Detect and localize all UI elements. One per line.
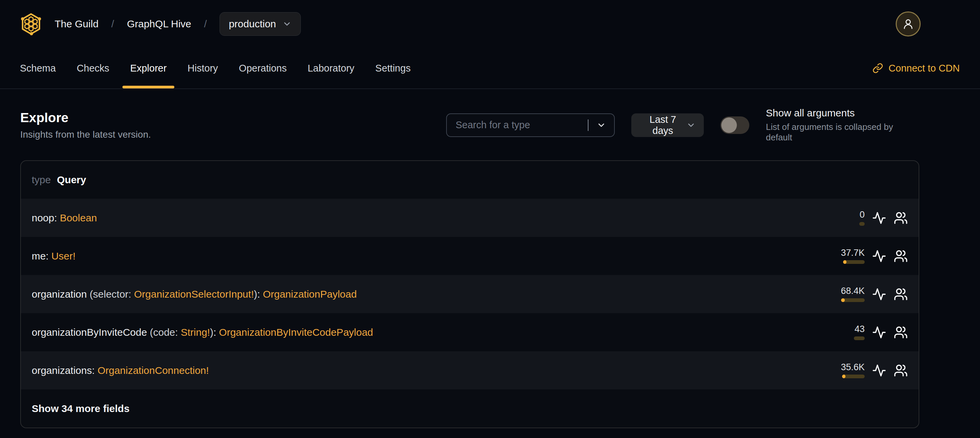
field-row: noop: Boolean0 [21,199,919,237]
field-usage-bar-fill [843,260,846,264]
field-activity-button[interactable] [872,325,886,339]
toggle-label: Show all arguments [766,107,919,119]
field-metrics: 35.6K [824,363,908,378]
field-usage-bar [842,374,865,378]
activity-icon [872,363,886,377]
field-type-link[interactable]: OrganizationConnection! [97,365,209,376]
field-activity-button[interactable] [872,363,886,377]
field-usage-bar [854,336,865,340]
field-type-link[interactable]: User! [51,250,76,261]
period-dropdown[interactable]: Last 7 days [631,113,704,137]
tab-laboratory[interactable]: Laboratory [299,48,364,88]
argument-name: selector: [93,288,134,299]
type-name: Query [57,174,86,186]
field-metrics: 68.4K [824,287,908,302]
field-name: organizationByInviteCode [32,327,147,338]
toolbar: Last 7 days Show all arguments List of a… [446,107,919,143]
chevron-down-icon [597,121,606,130]
field-type-link[interactable]: Boolean [60,212,97,223]
field-consumers-button[interactable] [894,325,908,339]
field-signature: me: User! [32,250,76,262]
argument-type-link[interactable]: OrganizationSelectorInput! [134,288,254,299]
tab-settings[interactable]: Settings [366,48,420,88]
tab-checks[interactable]: Checks [67,48,118,88]
field-signature: noop: Boolean [32,212,97,224]
activity-icon [872,249,886,263]
tab-schema[interactable]: Schema [11,48,65,88]
target-selector-value: production [229,18,276,30]
field-usage-block: 37.7K [824,248,865,264]
user-menu-button[interactable] [896,11,921,37]
tabs-nav: SchemaChecksExplorerHistoryOperationsLab… [11,48,420,88]
page-title-block: Explore Insights from the latest version… [20,110,151,140]
field-name: noop [32,212,54,223]
syntax-colon: : [46,250,52,261]
field-usage-block: 35.6K [824,363,865,378]
users-icon [894,211,908,225]
syntax-colon: : [257,288,263,299]
connect-to-cdn-link[interactable]: Connect to CDN [872,63,960,74]
field-activity-button[interactable] [872,211,886,225]
toggle-label-block: Show all arguments List of arguments is … [766,107,919,143]
field-metrics: 37.7K [824,248,908,264]
field-request-count: 37.7K [841,248,865,258]
tab-explorer[interactable]: Explorer [121,48,176,88]
field-usage-bar [841,298,865,302]
type-search-combobox [446,113,615,137]
hive-logo-icon[interactable] [20,13,42,35]
field-row: organizations: OrganizationConnection!35… [21,351,919,389]
app-window: The Guild / GraphQL Hive / production Sc… [0,0,980,438]
tab-operations[interactable]: Operations [230,48,296,88]
link-icon [872,63,883,73]
field-type-link[interactable]: OrganizationByInviteCodePayload [219,327,373,338]
type-kind-label: type [32,174,51,186]
breadcrumb-separator: / [204,18,207,30]
field-request-count: 68.4K [841,287,865,296]
field-activity-button[interactable] [872,287,886,301]
activity-icon [872,287,886,301]
field-usage-bar [843,260,865,264]
field-consumers-button[interactable] [894,249,908,263]
activity-icon [872,211,886,225]
field-consumers-button[interactable] [894,211,908,225]
field-request-count: 35.6K [841,363,865,372]
field-request-count: 0 [860,210,865,219]
argument-type-link[interactable]: String! [181,327,210,338]
type-card-header: type Query [21,161,919,199]
breadcrumb-project[interactable]: GraphQL Hive [127,18,191,30]
field-signature: organization (selector: OrganizationSele… [32,288,357,300]
field-usage-block: 43 [824,325,865,340]
show-all-arguments-toggle[interactable] [720,116,749,134]
tab-history[interactable]: History [178,48,227,88]
top-bar: The Guild / GraphQL Hive / production [0,0,980,48]
connect-to-cdn-label: Connect to CDN [889,63,960,74]
activity-icon [872,325,886,339]
syntax-colon: : [54,212,60,223]
field-type-link[interactable]: OrganizationPayload [263,288,357,299]
breadcrumb-org[interactable]: The Guild [55,18,99,30]
toggle-knob [721,118,737,133]
field-consumers-button[interactable] [894,363,908,377]
users-icon [894,363,908,377]
field-metrics: 0 [824,210,908,226]
users-icon [894,249,908,263]
argument-name: code: [153,327,181,338]
field-row: me: User!37.7K [21,237,919,275]
field-row: organization (selector: OrganizationSele… [21,275,919,313]
search-input[interactable] [447,119,588,131]
field-activity-button[interactable] [872,249,886,263]
page-subtitle: Insights from the latest version. [20,129,151,140]
field-consumers-button[interactable] [894,287,908,301]
syntax-paren: ) [254,288,257,299]
field-usage-block: 68.4K [824,287,865,302]
syntax-paren: ) [210,327,213,338]
combobox-open-button[interactable] [589,120,614,130]
show-more-fields-button[interactable]: Show 34 more fields [21,389,919,428]
page-title: Explore [20,110,151,125]
breadcrumb-separator: / [111,18,114,30]
target-selector-dropdown[interactable]: production [220,12,301,36]
syntax-colon: : [92,365,97,376]
toggle-description: List of arguments is collapsed by defaul… [766,122,919,143]
field-name: organization [32,288,87,299]
page-header: Explore Insights from the latest version… [20,107,919,143]
